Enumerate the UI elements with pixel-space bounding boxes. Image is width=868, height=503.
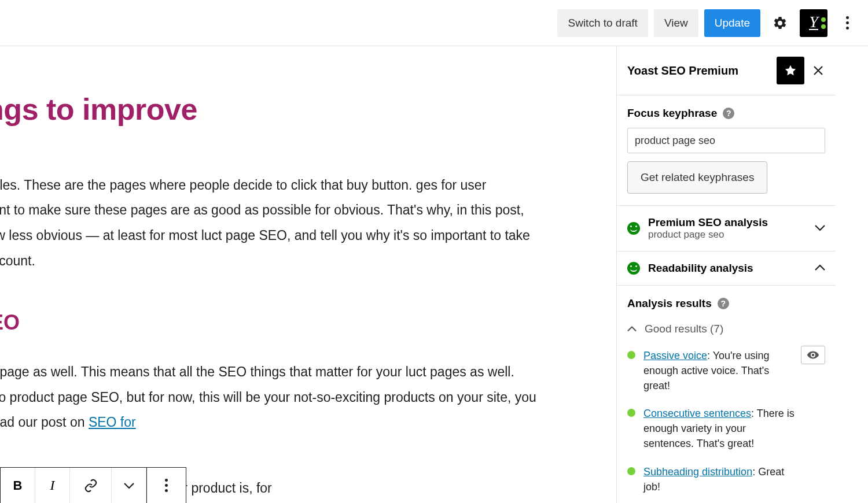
block-format-toolbar: B I [0, 467, 186, 503]
post-title[interactable]: O: 5 things to improve [0, 81, 544, 138]
block-more-options-icon[interactable] [146, 468, 186, 503]
result-item: Subheading distribution: Great job! [627, 464, 825, 494]
accordion-title: Readability analysis [648, 262, 753, 275]
focus-keyphrase-input[interactable] [627, 128, 825, 153]
editor-topbar: Switch to draft View Update Y [0, 0, 868, 46]
link-button[interactable] [70, 468, 112, 503]
yoast-logo-icon[interactable]: Y [800, 9, 827, 37]
help-icon[interactable]: ? [718, 298, 729, 309]
smiley-good-icon [627, 262, 640, 275]
paragraph[interactable]: nportant for your sales. These are the p… [0, 173, 544, 274]
sidebar-title: Yoast SEO Premium [627, 64, 738, 77]
good-results-label: Good results (7) [645, 323, 723, 335]
result-item: Consecutive sentences: There is enough v… [627, 406, 825, 451]
switch-to-draft-button[interactable]: Switch to draft [557, 9, 648, 37]
result-item: Passive voice: You're using enough activ… [627, 348, 825, 393]
smiley-good-icon [627, 222, 640, 235]
status-dot-good-icon [627, 351, 635, 359]
settings-gear-icon[interactable] [766, 9, 794, 37]
chevron-down-icon [815, 223, 825, 234]
result-list: Passive voice: You're using enough activ… [627, 348, 825, 503]
editor-content[interactable]: O: 5 things to improve nportant for your… [0, 46, 616, 503]
focus-keyphrase-section: Focus keyphrase ? Get related keyphrases [617, 95, 836, 206]
dropdown-chevron-icon[interactable] [112, 468, 146, 503]
update-button[interactable]: Update [704, 9, 760, 37]
chevron-up-icon [627, 323, 637, 335]
view-button[interactable]: View [654, 9, 698, 37]
analysis-results-heading: Analysis results [627, 297, 712, 310]
readability-analysis-accordion[interactable]: Readability analysis [617, 252, 836, 286]
get-related-keyphrases-button[interactable]: Get related keyphrases [627, 161, 767, 194]
inline-link[interactable]: SEO for [89, 415, 136, 430]
focus-keyphrase-label: Focus keyphrase [627, 107, 717, 120]
bold-button[interactable]: B [1, 468, 35, 503]
eye-highlight-button[interactable] [801, 346, 825, 364]
good-results-toggle[interactable]: Good results (7) [627, 323, 825, 335]
close-icon[interactable] [811, 64, 825, 77]
status-dot-good-icon [627, 467, 635, 475]
premium-seo-analysis-accordion[interactable]: Premium SEO analysis product page seo [617, 206, 836, 252]
result-link[interactable]: Passive voice [643, 350, 707, 361]
analysis-results: Analysis results ? Good results (7) Pass… [617, 286, 836, 503]
chevron-up-icon [815, 263, 825, 273]
accordion-title: Premium SEO analysis [648, 216, 768, 229]
more-options-icon[interactable] [833, 9, 861, 37]
result-link[interactable]: Subheading distribution [643, 466, 752, 478]
scrollbar[interactable] [616, 46, 617, 93]
status-dot-good-icon [627, 409, 635, 417]
result-link[interactable]: Consecutive sentences [643, 408, 751, 419]
heading-2[interactable]: uct page SEO [0, 303, 544, 342]
star-button[interactable] [777, 57, 804, 84]
paragraph[interactable]: an online store is a page as well. This … [0, 360, 544, 435]
accordion-subtitle: product page seo [648, 229, 768, 241]
sidebar-header: Yoast SEO Premium [617, 46, 836, 95]
text-span: an online store is a page as well. This … [0, 364, 536, 430]
italic-button[interactable]: I [35, 468, 70, 503]
help-icon[interactable]: ? [723, 108, 734, 119]
yoast-sidebar: Yoast SEO Premium Focus keyphrase ? Get … [616, 46, 836, 503]
